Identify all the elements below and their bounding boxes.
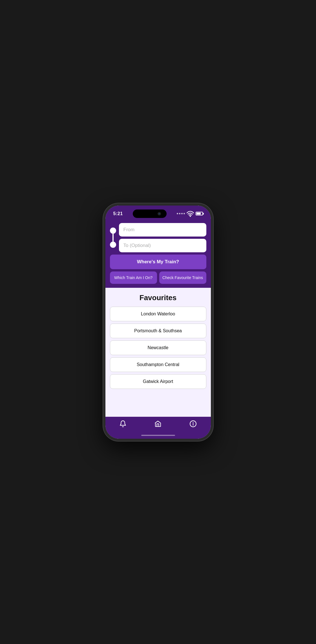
route-icon bbox=[110, 228, 116, 248]
wheres-my-train-button[interactable]: Where's My Train? bbox=[110, 255, 206, 269]
favourites-title: Favourites bbox=[110, 293, 206, 302]
header-area: Where's My Train? Which Train Am I On? C… bbox=[105, 220, 211, 288]
secondary-buttons: Which Train Am I On? Check Favourite Tra… bbox=[110, 271, 206, 284]
from-input[interactable] bbox=[119, 223, 206, 237]
check-favourites-button[interactable]: Check Favourite Trains bbox=[159, 271, 206, 284]
to-input[interactable] bbox=[119, 239, 206, 252]
bell-icon bbox=[119, 420, 127, 427]
nav-alerts[interactable] bbox=[119, 420, 127, 427]
nav-home[interactable] bbox=[154, 420, 162, 427]
favourite-item[interactable]: Newcastle bbox=[110, 340, 206, 355]
which-train-button[interactable]: Which Train Am I On? bbox=[110, 271, 157, 284]
info-icon bbox=[189, 420, 197, 427]
favourite-item[interactable]: Portsmouth & Southsea bbox=[110, 324, 206, 338]
route-line bbox=[112, 234, 114, 242]
destination-dot bbox=[110, 242, 116, 248]
main-content: Favourites London Waterloo Portsmouth & … bbox=[105, 288, 211, 417]
wifi-icon bbox=[187, 210, 194, 217]
signal-dots-icon bbox=[177, 213, 185, 214]
home-icon bbox=[154, 420, 162, 427]
phone-frame: 5:21 bbox=[103, 203, 213, 441]
search-row bbox=[110, 223, 206, 252]
origin-dot bbox=[110, 228, 116, 234]
favourite-item[interactable]: Gatwick Airport bbox=[110, 374, 206, 389]
svg-point-0 bbox=[190, 216, 191, 217]
dynamic-island bbox=[133, 210, 167, 218]
nav-info[interactable] bbox=[189, 420, 197, 427]
camera-icon bbox=[158, 212, 161, 215]
home-indicator bbox=[105, 433, 211, 439]
home-bar bbox=[141, 435, 175, 436]
status-icons bbox=[177, 210, 203, 217]
inputs-column bbox=[119, 223, 206, 252]
bottom-nav bbox=[105, 417, 211, 433]
status-time: 5:21 bbox=[113, 211, 123, 216]
status-bar: 5:21 bbox=[105, 206, 211, 220]
favourite-item[interactable]: Southampton Central bbox=[110, 357, 206, 372]
battery-icon bbox=[196, 212, 203, 215]
favourite-item[interactable]: London Waterloo bbox=[110, 307, 206, 321]
screen: 5:21 bbox=[105, 206, 211, 439]
